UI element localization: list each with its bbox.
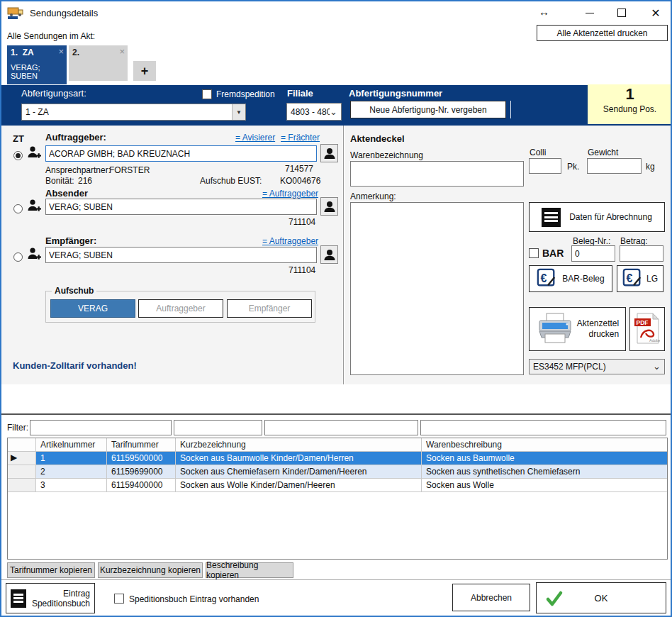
betrag-label: Betrag: [620,236,648,246]
row-selector-cell [8,479,36,491]
list-icon [11,589,26,608]
column-header-kurzbezeichnung[interactable]: Kurzbezeichnung [176,438,422,451]
ok-button[interactable]: OK [536,582,666,613]
articles-grid-section: Filter: Artikelnummer Tarifnummer Kurzbe… [1,413,671,562]
filter-kurzbezeichnung-input[interactable] [264,420,418,435]
empfaenger-radio[interactable] [13,252,23,262]
shipment-tab-1[interactable]: 1. ZA × VERAG; SUBEN [7,45,67,84]
gewicht-input[interactable] [587,158,642,174]
empfaenger-contact-icon[interactable] [320,245,338,264]
aufschub-empfaenger-button[interactable]: Empfänger [227,299,312,318]
resize-icon[interactable]: ↔ [539,6,549,18]
speditionsbuch-entry-line2: Speditionsbuch [32,599,90,608]
filiale-select[interactable]: 4803 - 480 ⌄ [286,103,342,121]
copy-beschreibung-button[interactable]: Beschreibung kopieren [206,562,293,578]
abfertigungsart-select[interactable]: 1 - ZA ▼ [21,104,246,121]
tab2-number: 2. [72,48,79,57]
close-icon[interactable]: ✕ [645,4,666,22]
add-person-icon[interactable] [27,145,41,162]
colli-input[interactable] [529,158,561,174]
abrechnung-button-label: Daten für Abrechnung [569,212,652,222]
cell-warenbeschreibung: Socken aus synthetischen Chemiefasern [422,465,667,478]
aufschub-group-label: Aufschub [52,286,96,296]
position-count: 1 [588,84,672,104]
speditionsbuch-checkbox[interactable] [114,594,124,604]
add-person-icon[interactable] [27,247,41,264]
printer-select-chevron-icon[interactable]: ⌄ [653,363,664,370]
aufschub-eust-label: Aufschub EUST: [200,176,262,186]
abrechnung-button[interactable]: Daten für Abrechnung [529,202,665,232]
warenbezeichnung-textarea[interactable] [350,161,524,187]
copy-kurzbezeichnung-button[interactable]: Kurzbezeichnung kopieren [98,562,203,578]
table-row[interactable]: 2 61159699000 Socken aus Chemiefasern Ki… [8,465,667,479]
cell-tarifnummer: 61159699000 [107,465,176,478]
printer-icon [536,312,573,347]
empfaenger-input[interactable] [45,247,317,263]
aufschub-auftraggeber-button[interactable]: Auftraggeber [138,299,223,318]
filter-tarifnummer-input[interactable] [174,420,262,435]
column-header-tarifnummer[interactable]: Tarifnummer [107,438,176,451]
speditionsbuch-entry-button[interactable]: Eintrag Speditionsbuch [6,583,95,613]
shipment-tab-2[interactable]: 2. × [69,45,128,81]
tab1-type: ZA [23,48,34,57]
absender-input[interactable] [45,199,317,215]
lg-button[interactable]: € LG [617,265,663,292]
tab1-close-icon[interactable]: × [58,46,64,57]
cell-artikelnummer: 1 [36,452,107,465]
auftraggeber-input[interactable] [45,145,317,162]
bonitaet-value: 216 [78,176,92,186]
minimize-icon[interactable] [579,4,600,22]
aufschub-verag-button[interactable]: VERAG [50,299,135,318]
bar-beleg-label: BAR-Beleg [562,274,604,284]
betrag-input[interactable] [620,245,663,262]
pdf-export-button[interactable]: PDF Adobe [629,307,665,351]
tab2-close-icon[interactable]: × [119,46,125,57]
abfertigungsnummer-label: Abfertigungsnummer [349,88,442,99]
column-header-warenbeschreibung[interactable]: Warenbeschreibung [422,438,667,451]
empfaenger-auftraggeber-link[interactable]: = Auftraggeber [262,236,318,246]
assign-number-button[interactable]: Neue Abfertigung-Nr. vergeben [350,101,506,118]
abfertigungsart-dropdown-icon[interactable]: ▼ [232,104,245,120]
absender-contact-icon[interactable] [320,197,338,216]
pdf-icon: PDF Adobe [634,312,660,347]
footer-bar: Eintrag Speditionsbuch Speditionsbuch Ei… [1,579,671,616]
euro-receipt-icon: € [537,268,556,290]
filter-warenbeschreibung-input[interactable] [420,420,666,435]
absender-auftraggeber-link[interactable]: = Auftraggeber [262,189,318,199]
absender-radio[interactable] [13,204,23,213]
fraechter-link[interactable]: = Frächter [281,133,320,143]
row-selector-cell [8,465,36,478]
filiale-chevron-icon[interactable]: ⌄ [330,109,341,116]
aktendeckel-title: Aktendeckel [350,133,405,144]
cell-artikelnummer: 3 [36,479,107,491]
table-row[interactable]: ▶ 1 61159500000 Socken aus Baumwolle Kin… [8,452,667,465]
add-shipment-button[interactable]: + [133,61,156,81]
anmerkung-textarea[interactable] [350,202,524,375]
aktenzettel-drucken-button[interactable]: Aktenzettel drucken [529,307,626,351]
add-person-icon[interactable] [27,199,41,216]
copy-tarifnummer-button[interactable]: Tarifnummer kopieren [7,562,95,578]
auftraggeber-number: 714577 [285,164,313,174]
fremdspedition-checkbox[interactable] [202,89,212,99]
aktendeckel-panel: Aktendeckel Warenbezeichnung Colli Pk. G… [345,126,671,384]
filter-artikelnummer-input[interactable] [30,420,172,435]
table-row[interactable]: 3 61159400000 Socken aus Wolle Kinder/Da… [8,479,667,492]
list-icon [542,208,561,227]
bar-beleg-button[interactable]: € BAR-Beleg [529,265,612,292]
auftraggeber-contact-icon[interactable] [320,144,338,162]
svg-text:€: € [541,272,547,284]
beleg-nr-label: Beleg-Nr.: [573,236,610,246]
tab1-party-line2: SUBEN [11,72,63,80]
aktenzettel-line1: Aktenzettel [577,318,619,329]
clearance-band: Abfertigungsart: 1 - ZA ▼ Fremdspedition… [1,85,671,126]
maximize-icon[interactable] [611,4,632,22]
column-header-artikelnummer[interactable]: Artikelnummer [36,438,107,451]
cell-warenbeschreibung: Socken aus Wolle [422,479,667,491]
cancel-button[interactable]: Abbrechen [452,584,530,611]
beleg-nr-input[interactable] [571,245,615,262]
auftraggeber-radio[interactable] [13,151,23,160]
bar-checkbox[interactable] [529,248,539,258]
avisierer-link[interactable]: = Avisierer [235,133,275,143]
printer-select[interactable]: ES3452 MFP(PCL) ⌄ [529,359,665,374]
print-all-aktenzettel-button[interactable]: Alle Aktenzettel drucken [537,25,668,41]
